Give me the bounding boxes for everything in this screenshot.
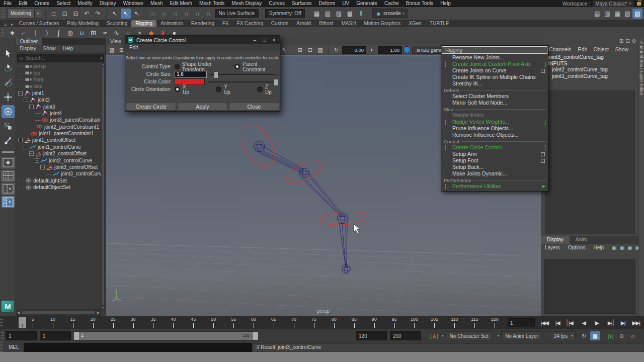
outliner-vertical-scrollbar[interactable]: ▲ ▼ xyxy=(101,63,105,309)
range-track[interactable] xyxy=(74,332,258,340)
layout-two-pane[interactable] xyxy=(2,183,15,195)
anim-layer-dropdown[interactable]: No Anim Layer xyxy=(501,331,542,340)
outliner-item-joint2-controloffset[interactable]: −joint2_controlOffset xyxy=(16,150,101,157)
menu-create[interactable]: Create xyxy=(31,0,53,7)
timeline-tick-35[interactable]: 35 xyxy=(143,316,164,329)
go-to-start-button[interactable]: |◀◀ xyxy=(538,317,551,328)
timeline-tick-65[interactable]: 65 xyxy=(264,316,284,329)
command-input[interactable] xyxy=(24,343,252,352)
timeline-tick-95[interactable]: 95 xyxy=(384,316,405,329)
popup-item-setup-back[interactable]: Setup Back... xyxy=(441,164,548,170)
isolate-add-icon[interactable]: ⊟ xyxy=(306,46,314,54)
step-back-key-button[interactable]: |◀ xyxy=(564,317,577,328)
search-input[interactable] xyxy=(25,55,99,61)
popup-item-performance-utilities[interactable]: [Performance Utilities▶ xyxy=(441,183,548,190)
layout-four-pane[interactable] xyxy=(2,170,15,182)
popup-item-create-joint-at-custom-pivot-axis[interactable]: [Create Joint at Custom Pivot Axis] xyxy=(441,61,548,67)
render-view-icon[interactable]: ▦ xyxy=(311,9,321,19)
maximize-icon[interactable]: □ xyxy=(263,37,266,43)
outliner-item-joint1-controlcurve[interactable]: −joint1_controlCurve xyxy=(16,144,101,150)
popup-item-create-joints-on-curve[interactable]: Create Joints on Curve xyxy=(441,67,548,74)
outliner-item-front[interactable]: front xyxy=(16,76,101,83)
dialog-edit-menu[interactable]: Edit xyxy=(129,45,138,50)
select-tool[interactable] xyxy=(2,47,15,60)
menu-surfaces[interactable]: Surfaces xyxy=(288,0,315,7)
chevron-down-icon[interactable]: ▾ xyxy=(496,334,502,338)
open-scene-icon[interactable]: ⊡ xyxy=(60,9,70,19)
shelf-tab-arnold[interactable]: Arnold xyxy=(292,20,315,27)
option-box-icon[interactable] xyxy=(541,152,545,156)
timeline-tick-30[interactable]: 30 xyxy=(123,316,143,329)
popup-item-stretchy-ik[interactable]: Stretchy IK... xyxy=(441,80,548,87)
paint-select-tool[interactable] xyxy=(2,76,15,89)
menu-select[interactable]: Select xyxy=(53,0,74,7)
outliner-item-top[interactable]: top xyxy=(16,69,101,76)
timeline-tick-5[interactable]: 5 xyxy=(23,316,43,329)
shelf-tab-motion-graphics[interactable]: Motion Graphics xyxy=(360,20,405,27)
menuset-dropdown[interactable]: Modeling ▾ xyxy=(7,9,42,19)
undo-icon[interactable]: ↶ xyxy=(82,9,92,19)
scroll-thumb[interactable] xyxy=(102,67,104,305)
outliner-item-joint4[interactable]: joint4 xyxy=(16,110,101,117)
layer-tab-display[interactable]: Display xyxy=(541,236,570,244)
shelf-menu-icon[interactable]: ≡ xyxy=(2,22,9,27)
shelf-lattice-icon[interactable]: ⊞ xyxy=(89,28,98,38)
close-icon[interactable]: × xyxy=(272,37,275,43)
scale-tool[interactable] xyxy=(2,120,15,133)
popup-item-create-circle-control[interactable]: [Create Circle Control...] xyxy=(441,144,548,151)
isolate-select-icon[interactable]: ⊞ xyxy=(296,46,304,54)
shelf-skin-bind-icon[interactable]: ◎ xyxy=(65,28,75,38)
shelf-tab-bifrost[interactable]: Bifrost xyxy=(315,20,337,27)
shelf-tab-turtle[interactable]: TURTLE xyxy=(426,20,453,27)
scroll-right-icon[interactable]: ▶ xyxy=(96,311,101,315)
animation-preferences-graph-icon[interactable]: ▦ xyxy=(590,331,600,340)
minimize-icon[interactable]: – xyxy=(254,37,257,43)
popup-item-make-joints-dynamic[interactable]: Make Joints Dynamic... xyxy=(441,170,548,177)
circle-size-field[interactable] xyxy=(175,71,207,78)
animation-start-field[interactable] xyxy=(6,331,37,340)
timeline-tick-110[interactable]: 110 xyxy=(444,316,464,329)
popup-item-prune-influence-objects[interactable]: Prune Influence Objects... xyxy=(441,125,548,132)
input-node-joint2-controlcurve-tag[interactable]: joint2_controlCurve_tag xyxy=(548,66,644,73)
toggle-panel-b-icon[interactable]: ▥ xyxy=(602,9,612,19)
scroll-down-icon[interactable]: ▼ xyxy=(102,306,105,309)
select-component-icon[interactable]: ↖ xyxy=(132,9,142,19)
viewport-menu-view[interactable]: View xyxy=(107,38,125,45)
shelf-tab-xgen[interactable]: XGen xyxy=(405,20,426,27)
timeline-tick-25[interactable]: 25 xyxy=(103,316,123,329)
shelf-tab-fx-caching[interactable]: FX Caching xyxy=(233,20,267,27)
channelbox-menu-channels[interactable]: Channels xyxy=(549,46,571,52)
color-management-icon[interactable] xyxy=(404,46,411,53)
menu-edit-mesh[interactable]: Edit Mesh xyxy=(166,0,195,7)
menu-display[interactable]: Display xyxy=(96,0,120,7)
circle-size-slider[interactable] xyxy=(210,74,276,75)
snap-curve-icon[interactable]: ∩ xyxy=(159,9,170,19)
shelf-tab-curves-surfaces[interactable]: Curves / Surfaces xyxy=(15,20,63,27)
shelf-tab-fx[interactable]: FX xyxy=(218,20,233,27)
popup-item-select-cluster-members[interactable]: Select Cluster Members xyxy=(441,93,548,100)
current-frame-field[interactable] xyxy=(508,318,535,327)
shape-under-transform-radio[interactable] xyxy=(175,64,180,69)
timeline-tick-120[interactable]: 120 xyxy=(485,316,505,329)
character-set-dropdown[interactable]: No Character Set xyxy=(446,331,493,340)
outliner-menu-display[interactable]: Display xyxy=(16,45,40,52)
shelf-tab-custom[interactable]: Custom xyxy=(267,20,292,27)
scroll-left-icon[interactable]: ◀ xyxy=(16,311,21,315)
timeline-tick-100[interactable]: 100 xyxy=(405,316,425,329)
shelf-cluster-icon[interactable]: ∪ xyxy=(77,28,87,38)
command-language-label[interactable]: MEL xyxy=(5,344,24,350)
outliner-item-joint1-controloffset[interactable]: −joint1_controlOffset xyxy=(16,137,101,143)
outliner-item-joint1[interactable]: −joint1 xyxy=(16,90,101,97)
outliner-menu-show[interactable]: Show xyxy=(40,45,59,52)
shelf-joint-tool-icon[interactable]: ∗ xyxy=(8,28,17,38)
timeline-tick-10[interactable]: 10 xyxy=(43,316,63,329)
circle-color-slider[interactable] xyxy=(208,81,276,82)
timeslider-grip[interactable] xyxy=(0,318,3,328)
expander-icon[interactable]: − xyxy=(24,98,28,102)
range-end-handle[interactable] xyxy=(253,332,258,340)
move-tool[interactable] xyxy=(2,90,15,104)
menu-curves[interactable]: Curves xyxy=(265,0,288,7)
refresh-icon[interactable]: ↻ xyxy=(332,46,341,54)
outliner-item-joint3[interactable]: −joint3 xyxy=(16,103,101,110)
menu-deform[interactable]: Deform xyxy=(315,0,339,7)
